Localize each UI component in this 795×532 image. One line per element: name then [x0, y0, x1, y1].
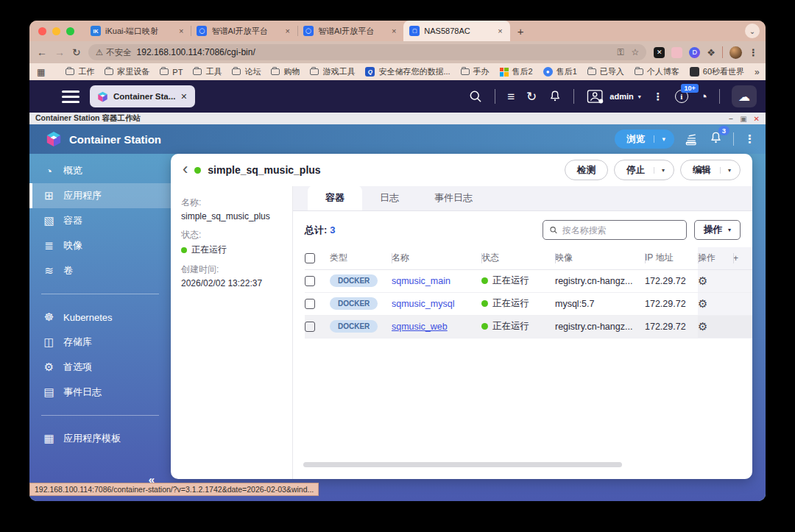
sidebar-item-containers[interactable]: ▧ 容器	[29, 208, 171, 233]
column-status[interactable]: 状态	[481, 247, 555, 269]
tab-search-button[interactable]: ⌄	[745, 24, 760, 38]
horizontal-scrollbar[interactable]	[303, 462, 622, 467]
resource-monitor-icon[interactable]: ◔	[700, 91, 707, 103]
container-name-link[interactable]: sqmusic_mysql	[392, 299, 454, 309]
zoom-window-button[interactable]	[66, 27, 74, 35]
password-key-icon[interactable]: ⚿	[617, 47, 623, 57]
tasks-stack-icon[interactable]	[685, 132, 699, 146]
bookmark-folder-imported[interactable]: 已导入	[587, 66, 624, 77]
sidebar-item-app-templates[interactable]: ▦ 应用程序模板	[29, 426, 171, 451]
tab-logs[interactable]: 日志	[362, 185, 417, 210]
notifications-bell-icon[interactable]	[548, 90, 562, 103]
bookmark-folder-pt[interactable]: PT	[160, 68, 183, 77]
column-image[interactable]: 映像	[555, 247, 645, 269]
bookmark-folder-tools[interactable]: 工具	[193, 66, 222, 77]
bookmark-folder-forum[interactable]: 论坛	[232, 66, 261, 77]
sidebar-item-overview[interactable]: ◔ 概览	[29, 158, 171, 183]
forward-icon[interactable]: →	[54, 46, 65, 58]
taskbar-app-tab-container-station[interactable]: Container Sta... ✕	[90, 85, 195, 107]
extension-d-icon[interactable]: D	[689, 47, 700, 58]
extension-pink-icon[interactable]	[671, 47, 682, 58]
more-options-icon[interactable]: ⋮	[653, 91, 663, 102]
tab-event-logs[interactable]: 事件日志	[417, 185, 490, 210]
bookmark-60s-world[interactable]: 60秒看世界	[690, 66, 744, 77]
container-name-link[interactable]: sqmusic_main	[392, 276, 451, 286]
app-tab-close-icon[interactable]: ✕	[180, 92, 187, 102]
bookmark-folder-figures[interactable]: 手办	[461, 66, 490, 77]
row-checkbox[interactable]	[305, 276, 315, 286]
browse-split-button[interactable]: 浏览 ▾	[615, 130, 674, 149]
back-chevron-icon[interactable]: ‹	[183, 161, 188, 177]
minimize-icon[interactable]: −	[729, 115, 733, 123]
stop-caret-icon[interactable]: ▾	[654, 167, 674, 174]
row-settings-gear-icon[interactable]: ⚙	[698, 274, 707, 287]
sidebar-item-applications[interactable]: ⊞ 应用程序	[29, 183, 171, 208]
sidebar-item-event-logs[interactable]: ▤ 事件日志	[29, 380, 171, 405]
cs-menu-kebab-icon[interactable]: ⋮	[744, 132, 755, 146]
container-name-link[interactable]: sqmusic_web	[392, 322, 448, 332]
cs-notifications[interactable]: 3	[709, 131, 723, 148]
restore-icon[interactable]: ▣	[740, 115, 746, 123]
sync-lock-icon[interactable]: ↻	[526, 91, 537, 103]
security-chip[interactable]: ⚠ 不安全	[96, 47, 132, 58]
reload-icon[interactable]: ↻	[72, 46, 81, 58]
row-checkbox[interactable]	[305, 299, 315, 309]
row-settings-gear-icon[interactable]: ⚙	[698, 320, 707, 333]
myqnapcloud-icon[interactable]: ☁	[732, 85, 757, 107]
back-icon[interactable]: ←	[37, 46, 47, 58]
table-row-sqmusic-web[interactable]: DOCKER sqmusic_web 正在运行 registry.cn-hang…	[305, 315, 752, 338]
edit-split-button[interactable]: 编辑 ▾	[680, 160, 741, 180]
close-window-button[interactable]	[38, 27, 46, 35]
bookmark-folder-personal-blog[interactable]: 个人博客	[635, 66, 679, 77]
bookmark-folder-game-tools[interactable]: 游戏工具	[310, 66, 355, 77]
extension-x-icon[interactable]: ✕	[654, 47, 665, 58]
user-menu[interactable]: admin ▾	[586, 89, 640, 104]
row-checkbox[interactable]	[305, 322, 315, 332]
tab-close-icon[interactable]: ×	[177, 26, 185, 35]
bookmark-folder-work[interactable]: 工作	[66, 66, 94, 77]
new-tab-button[interactable]: +	[517, 25, 524, 38]
row-settings-gear-icon[interactable]: ⚙	[698, 297, 707, 310]
browser-tab-ikuai[interactable]: iK iKuai-端口映射 ×	[85, 22, 191, 40]
sidebar-item-registries[interactable]: ◫ 存储库	[29, 330, 171, 355]
close-icon[interactable]: ✕	[754, 115, 760, 123]
sidebar-item-volumes[interactable]: ≋ 卷	[29, 258, 171, 283]
tab-containers[interactable]: 容器	[308, 185, 362, 210]
bookmarks-overflow-icon[interactable]: »	[755, 67, 760, 77]
browse-label[interactable]: 浏览	[615, 133, 654, 146]
column-ip[interactable]: IP 地址	[645, 247, 698, 269]
bookmark-aftersale-1[interactable]: ●售后1	[543, 66, 577, 77]
sidebar-item-preferences[interactable]: ⚙ 首选项	[29, 355, 171, 380]
apps-grid-icon[interactable]: ▦	[37, 67, 45, 77]
main-menu-icon[interactable]	[62, 91, 80, 103]
browse-caret-icon[interactable]: ▾	[654, 135, 674, 143]
extensions-puzzle-icon[interactable]: ❖	[707, 47, 716, 58]
tab-close-icon[interactable]: ×	[390, 26, 398, 35]
column-type[interactable]: 类型	[330, 247, 392, 269]
edit-caret-icon[interactable]: ▾	[720, 167, 740, 174]
sidebar-item-images[interactable]: ≣ 映像	[29, 233, 171, 258]
tab-close-icon[interactable]: ×	[283, 26, 291, 35]
sidebar-item-kubernetes[interactable]: ☸ Kubernetes	[29, 305, 171, 330]
column-name[interactable]: 名称	[392, 247, 481, 269]
bookmark-aftersale-2[interactable]: 售后2	[500, 66, 533, 77]
search-icon[interactable]	[468, 89, 483, 104]
minimize-window-button[interactable]	[52, 27, 60, 35]
table-row-sqmusic-main[interactable]: DOCKER sqmusic_main 正在运行 registry.cn-han…	[305, 269, 752, 292]
actions-dropdown-button[interactable]: 操作 ▾	[694, 220, 741, 240]
bookmark-star-icon[interactable]: ☆	[632, 47, 640, 57]
bookmark-qnap[interactable]: Q安全储存您的数据...	[365, 66, 450, 77]
background-tasks-icon[interactable]: ≡	[507, 91, 515, 103]
bookmark-folder-home-devices[interactable]: 家里设备	[105, 66, 149, 77]
browser-tab-nas-active[interactable]: ▢ NAS5878AC ×	[403, 21, 509, 41]
container-search-box[interactable]	[543, 220, 687, 240]
table-row-sqmusic-mysql[interactable]: DOCKER sqmusic_mysql 正在运行 mysql:5.7 172.…	[305, 292, 752, 315]
browser-tab-zhipu-2[interactable]: ◯ 智谱AI开放平台 ×	[297, 22, 403, 40]
profile-avatar[interactable]	[729, 46, 742, 59]
tab-close-icon[interactable]: ×	[496, 26, 504, 35]
browser-tab-zhipu-1[interactable]: ◯ 智谱AI开放平台 ×	[191, 22, 297, 40]
select-all-checkbox[interactable]	[305, 253, 315, 263]
search-input[interactable]	[562, 225, 680, 235]
bookmark-folder-shopping[interactable]: 购物	[271, 66, 300, 77]
browser-menu-icon[interactable]: ⋮	[749, 47, 758, 58]
